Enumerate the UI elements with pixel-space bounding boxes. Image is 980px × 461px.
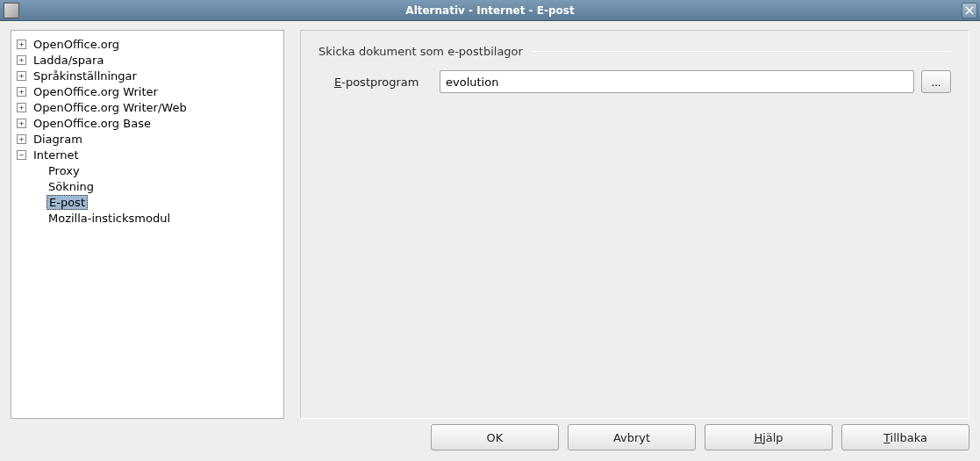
content-panel: Skicka dokument som e-postbilagor E-post…: [300, 30, 969, 419]
expand-icon[interactable]: +: [17, 55, 26, 65]
email-program-row: E-postprogram ...: [318, 70, 951, 93]
tree-item-label: Språkinställningar: [32, 69, 139, 83]
tree-item-language[interactable]: + Språkinställningar: [11, 68, 283, 83]
options-tree[interactable]: + OpenOffice.org + Ladda/spara + Språkin…: [11, 30, 284, 419]
expand-icon[interactable]: +: [17, 71, 26, 81]
cancel-button[interactable]: Avbryt: [568, 424, 696, 450]
app-icon: [4, 3, 19, 18]
ok-button[interactable]: OK: [431, 424, 559, 450]
expand-icon[interactable]: +: [17, 119, 26, 128]
tree-item-search[interactable]: Sökning: [11, 178, 283, 194]
tree-item-label: Mozilla-insticksmodul: [46, 212, 172, 225]
tree-item-label: OpenOffice.org Base: [32, 117, 153, 130]
window-title: Alternativ - Internet - E-post: [0, 4, 980, 17]
tree-item-openoffice[interactable]: + OpenOffice.org: [11, 36, 283, 52]
tree-item-label: E-post: [46, 195, 88, 210]
titlebar: Alternativ - Internet - E-post: [0, 0, 980, 21]
dialog-button-bar: OK Avbryt Hjälp Tillbaka: [0, 424, 980, 461]
expand-icon[interactable]: +: [17, 103, 26, 112]
tree-item-base[interactable]: + OpenOffice.org Base: [11, 115, 283, 131]
tree-item-proxy[interactable]: Proxy: [11, 162, 283, 178]
tree-item-label: Internet: [32, 148, 81, 162]
tree-item-internet[interactable]: − Internet: [11, 147, 283, 162]
collapse-icon[interactable]: −: [17, 150, 26, 160]
close-button[interactable]: [962, 3, 977, 18]
close-icon: [965, 6, 974, 15]
help-button[interactable]: Hjälp: [705, 424, 833, 450]
tree-item-label: OpenOffice.org Writer: [32, 85, 160, 98]
section-divider: [532, 51, 951, 52]
tree-item-label: Proxy: [46, 164, 82, 177]
tree-item-label: OpenOffice.org Writer/Web: [32, 101, 189, 114]
tree-item-mozilla-plugin[interactable]: Mozilla-insticksmodul: [11, 210, 283, 226]
tree-item-writer-web[interactable]: + OpenOffice.org Writer/Web: [11, 99, 283, 115]
tree-item-label: Diagram: [32, 133, 84, 146]
section-header: Skicka dokument som e-postbilagor: [318, 45, 951, 58]
tree-item-label: Ladda/spara: [32, 54, 105, 67]
expand-icon[interactable]: +: [17, 134, 26, 144]
section-title: Skicka dokument som e-postbilagor: [318, 45, 532, 58]
window-body: + OpenOffice.org + Ladda/spara + Språkin…: [0, 21, 980, 461]
tree-item-label: OpenOffice.org: [32, 38, 121, 51]
tree-item-load-save[interactable]: + Ladda/spara: [11, 52, 283, 68]
email-program-label: E-postprogram: [334, 76, 440, 89]
browse-button[interactable]: ...: [921, 70, 951, 93]
expand-icon[interactable]: +: [17, 40, 26, 49]
tree-item-writer[interactable]: + OpenOffice.org Writer: [11, 83, 283, 99]
tree-item-label: Sökning: [46, 180, 96, 193]
expand-icon[interactable]: +: [17, 87, 26, 97]
email-program-input[interactable]: [440, 70, 914, 93]
back-button[interactable]: Tillbaka: [841, 424, 969, 450]
main-area: + OpenOffice.org + Ladda/spara + Språkin…: [0, 21, 980, 424]
tree-item-email[interactable]: E-post: [11, 194, 283, 210]
tree-item-diagram[interactable]: + Diagram: [11, 131, 283, 147]
